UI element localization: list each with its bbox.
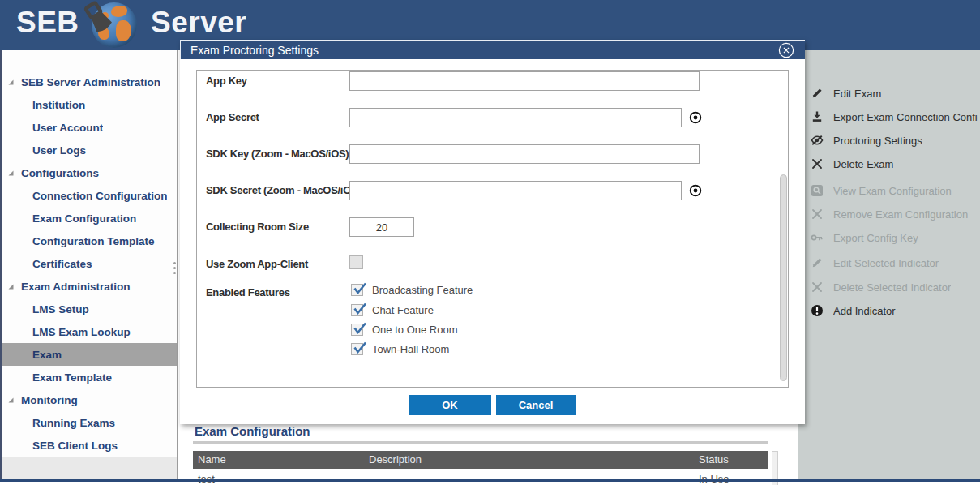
padlock-icon bbox=[80, 0, 119, 45]
action-edit-exam[interactable]: Edit Exam bbox=[811, 85, 978, 101]
brand-seb: SEB bbox=[16, 6, 79, 40]
tree-expand-icon[interactable] bbox=[8, 79, 14, 85]
sidebar-item-seb-server-administration[interactable]: SEB Server Administration bbox=[2, 71, 177, 93]
feature-one-to-one-checkbox-row[interactable]: One to One Room bbox=[351, 321, 458, 337]
cancel-button[interactable]: Cancel bbox=[496, 395, 576, 415]
eye-icon bbox=[688, 110, 703, 125]
sidebar-item-exam-template[interactable]: Exam Template bbox=[2, 366, 177, 388]
sidebar-item-lms-setup[interactable]: LMS Setup bbox=[2, 298, 177, 320]
sidebar-item-configurations[interactable]: Configurations bbox=[2, 161, 177, 184]
tree-expand-icon[interactable] bbox=[8, 397, 14, 403]
checkmark-icon bbox=[353, 302, 367, 315]
download-icon bbox=[811, 110, 824, 123]
app-key-label: App Key bbox=[206, 75, 349, 87]
sidebar-item-connection-configuration[interactable]: Connection Configuration bbox=[2, 184, 177, 207]
globe-logo-icon bbox=[92, 2, 137, 48]
action-add-indicator[interactable]: Add Indicator bbox=[811, 303, 978, 319]
action-edit-selected-indicator: Edit Selected Indicator bbox=[811, 255, 978, 271]
app-secret-label: App Secret bbox=[206, 111, 349, 123]
action-export-exam-connection-configuration[interactable]: Export Exam Connection Configuration bbox=[811, 109, 978, 125]
seb-server-app: SEB Server SEB Server Administration Ins… bbox=[0, 0, 980, 485]
sdk-secret-input[interactable] bbox=[349, 181, 682, 200]
dialog-body: App Key App Secret SDK Key (Zoom - MacOS… bbox=[180, 59, 805, 424]
column-header-description[interactable]: Description bbox=[369, 453, 422, 466]
brand-server: Server bbox=[151, 6, 246, 40]
pencil-icon bbox=[811, 256, 824, 269]
page-bottom-border bbox=[0, 479, 980, 482]
x-icon bbox=[811, 281, 824, 294]
key-icon bbox=[811, 231, 824, 244]
magnifier-icon bbox=[811, 184, 824, 197]
checkbox-checked[interactable] bbox=[351, 304, 363, 316]
checkmark-icon bbox=[353, 281, 367, 295]
action-delete-selected-indicator: Delete Selected Indicator bbox=[811, 279, 978, 295]
navigation-sidebar: SEB Server Administration Institution Us… bbox=[0, 50, 178, 479]
sidebar-resize-handle[interactable] bbox=[172, 260, 177, 277]
reveal-app-secret-button[interactable] bbox=[688, 110, 703, 125]
action-view-exam-configuration: View Exam Configuration bbox=[811, 182, 978, 199]
pencil-icon bbox=[811, 87, 824, 100]
sidebar-item-user-logs[interactable]: User Logs bbox=[2, 139, 177, 161]
action-delete-exam[interactable]: Delete Exam bbox=[811, 156, 978, 172]
eye-icon bbox=[688, 183, 703, 198]
enabled-features-label: Enabled Features bbox=[206, 286, 349, 298]
action-export-config-key: Export Config Key bbox=[811, 230, 978, 246]
use-zoom-app-client-label: Use Zoom App-Client bbox=[206, 258, 349, 270]
sidebar-item-seb-client-logs[interactable]: SEB Client Logs bbox=[2, 434, 177, 457]
eye-off-icon bbox=[811, 134, 824, 147]
checkmark-icon bbox=[353, 321, 367, 335]
sidebar-item-monitoring[interactable]: Monitoring bbox=[2, 388, 177, 411]
sidebar-item-configuration-template[interactable]: Configuration Template bbox=[2, 230, 177, 252]
sidebar-item-exam-administration[interactable]: Exam Administration bbox=[2, 275, 177, 298]
table-header-row: Name Description Status bbox=[193, 451, 768, 469]
action-remove-exam-configuration: Remove Exam Configuration bbox=[811, 206, 978, 222]
feature-broadcasting-checkbox-row[interactable]: Broadcasting Feature bbox=[351, 281, 473, 298]
sidebar-item-exam-configuration[interactable]: Exam Configuration bbox=[2, 207, 177, 230]
section-divider bbox=[193, 441, 768, 444]
sidebar-footer bbox=[2, 457, 177, 479]
tree-expand-icon[interactable] bbox=[8, 170, 14, 176]
ok-button[interactable]: OK bbox=[409, 395, 491, 415]
table-row[interactable]: test -- In Use bbox=[193, 470, 768, 485]
use-zoom-app-client-checkbox bbox=[349, 255, 363, 269]
section-title: Exam Configuration bbox=[195, 424, 310, 438]
dialog-form-panel: App Key App Secret SDK Key (Zoom - MacOS… bbox=[196, 70, 789, 388]
dialog-title: Exam Proctoring Settings bbox=[190, 44, 319, 57]
checkbox-checked[interactable] bbox=[351, 343, 363, 355]
dialog-titlebar[interactable]: Exam Proctoring Settings bbox=[180, 40, 805, 59]
x-icon bbox=[811, 208, 824, 221]
checkbox-checked[interactable] bbox=[351, 284, 363, 296]
sdk-key-input[interactable] bbox=[349, 144, 700, 164]
column-header-status[interactable]: Status bbox=[699, 453, 729, 466]
sdk-key-label: SDK Key (Zoom - MacOS/iOS) bbox=[206, 148, 349, 160]
x-icon bbox=[811, 157, 824, 170]
tree-expand-icon[interactable] bbox=[8, 284, 14, 290]
sidebar-item-certificates[interactable]: Certificates bbox=[2, 252, 177, 275]
sidebar-item-user-account[interactable]: User Account bbox=[2, 116, 177, 139]
exclamation-circle-icon bbox=[811, 304, 824, 317]
collecting-room-size-label: Collecting Room Size bbox=[206, 221, 349, 233]
proctoring-settings-dialog: Exam Proctoring Settings App Key App Sec… bbox=[180, 40, 805, 424]
app-key-input[interactable] bbox=[349, 71, 700, 91]
sidebar-item-lms-exam-lookup[interactable]: LMS Exam Lookup bbox=[2, 320, 177, 343]
dialog-scrollbar[interactable] bbox=[780, 174, 787, 381]
column-header-name[interactable]: Name bbox=[198, 453, 226, 466]
feature-town-hall-checkbox-row[interactable]: Town-Hall Room bbox=[351, 341, 449, 357]
sidebar-item-exam[interactable]: Exam bbox=[2, 343, 177, 366]
reveal-sdk-secret-button[interactable] bbox=[688, 183, 703, 198]
checkbox-checked[interactable] bbox=[351, 324, 363, 336]
sdk-secret-label: SDK Secret (Zoom - MacOS/iOS) bbox=[206, 184, 349, 196]
sidebar-item-running-exams[interactable]: Running Exams bbox=[2, 411, 177, 434]
checkmark-icon bbox=[353, 341, 367, 354]
sidebar-item-institution[interactable]: Institution bbox=[2, 93, 177, 116]
feature-chat-checkbox-row[interactable]: Chat Feature bbox=[351, 302, 434, 318]
app-secret-input[interactable] bbox=[349, 108, 682, 127]
close-icon[interactable] bbox=[778, 42, 794, 58]
action-sidebar: Edit Exam Export Exam Connection Configu… bbox=[798, 50, 980, 479]
action-proctoring-settings[interactable]: Proctoring Settings bbox=[811, 132, 978, 148]
collecting-room-size-input[interactable] bbox=[349, 217, 414, 237]
